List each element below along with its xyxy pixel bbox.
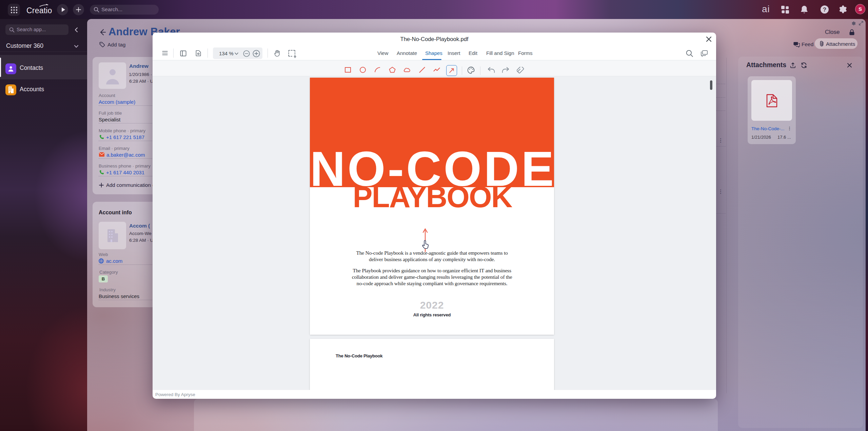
svg-text:?: ?	[823, 6, 826, 13]
